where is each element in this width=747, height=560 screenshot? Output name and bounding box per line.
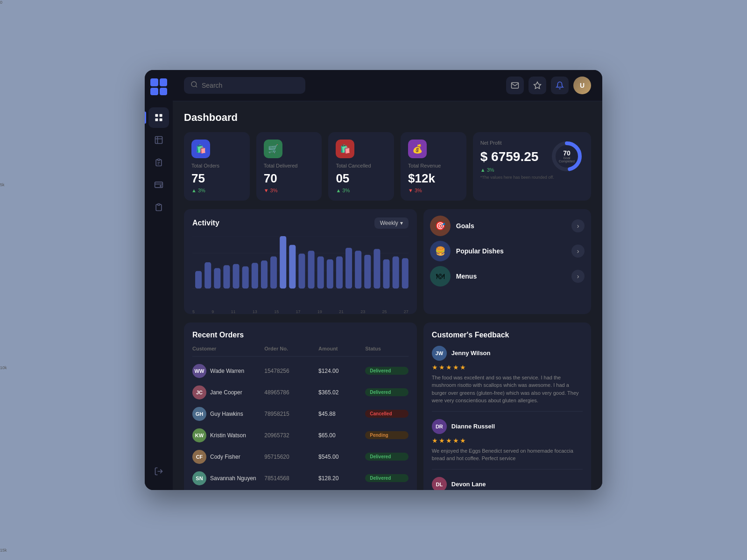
svg-rect-28 (317, 257, 324, 289)
notification-button[interactable] (551, 77, 569, 94)
donut-percentage: 70 (559, 150, 575, 156)
total-cancelled-value: 05 (336, 171, 387, 186)
customer-name: Kristin Watson (210, 432, 246, 439)
quick-link-menus[interactable]: 🍽 Menus › (430, 266, 585, 287)
sidebar-nav (148, 107, 169, 458)
svg-rect-27 (308, 251, 315, 288)
main-content: U Dashboard 🛍️ Total Orders 75 ▲ 3% (173, 70, 602, 490)
user-avatar-button[interactable]: U (573, 77, 591, 94)
recent-orders-title: Recent Orders (192, 331, 409, 339)
star-icon (533, 81, 542, 90)
customer-cell: CF Cody Fisher (192, 450, 264, 464)
donut-chart: 70 GoalCompleted (550, 140, 584, 173)
feedback-user-name: Dianne Russell (451, 423, 495, 430)
sidebar-item-logout[interactable] (148, 461, 169, 482)
svg-point-7 (191, 82, 197, 87)
activity-header: Activity Weekly ▾ (192, 217, 409, 229)
status-badge: Delivered (365, 388, 409, 396)
feedback-user: DL Devon Lane (432, 477, 583, 490)
feedback-item: DL Devon Lane ★★★★★ Normally wings are w… (432, 477, 583, 490)
customer-cell: JC Jane Cooper (192, 385, 264, 399)
star-filled-icon: ★ (446, 364, 452, 371)
customer-name: Wade Warren (210, 368, 244, 374)
rating-stars: ★★★★★ (432, 437, 583, 444)
svg-rect-32 (355, 251, 361, 288)
svg-rect-37 (402, 258, 409, 288)
sidebar-bottom (148, 461, 169, 482)
status-badge: Delivered (365, 453, 409, 461)
dashboard-area: Dashboard 🛍️ Total Orders 75 ▲ 3% 🛒 Tota… (173, 101, 602, 490)
svg-rect-34 (374, 249, 380, 288)
svg-rect-23 (270, 257, 277, 289)
quick-link-goals[interactable]: 🎯 Goals › (430, 216, 585, 236)
customer-cell: SN Savannah Nguyen (192, 471, 264, 485)
svg-rect-2 (155, 119, 158, 121)
svg-rect-3 (160, 119, 162, 121)
activity-title: Activity (192, 219, 219, 227)
chart-container: 5 9 11 13 15 17 19 21 23 25 27 (192, 236, 409, 306)
sidebar-item-clipboard[interactable] (148, 197, 169, 217)
weekly-button[interactable]: Weekly ▾ (374, 217, 409, 229)
customer-name: Guy Hawkins (210, 411, 243, 417)
feedback-card: Customer's Feedback JW Jenny Wilson ★★★★… (423, 322, 591, 490)
svg-rect-20 (242, 266, 249, 288)
net-profit-note: *The values here has been rounded off. (480, 175, 584, 180)
svg-rect-35 (383, 259, 389, 288)
menus-chevron-icon: › (571, 270, 585, 283)
activity-card: Activity Weekly ▾ 15k 10k 5k 0 (184, 209, 417, 314)
customer-avatar: GH (192, 407, 206, 421)
search-input[interactable] (202, 82, 299, 89)
star-button[interactable] (529, 77, 546, 94)
sidebar-item-orders[interactable] (148, 152, 169, 173)
status-badge: Cancelled (365, 410, 409, 418)
order-amount: $65.00 (318, 432, 365, 439)
sidebar (145, 70, 173, 490)
feedback-user: DR Dianne Russell (432, 419, 583, 434)
mail-button[interactable] (506, 77, 524, 94)
quick-link-popular-dishes[interactable]: 🍔 Popular Dishes › (430, 241, 585, 261)
order-number: 78514568 (264, 475, 318, 482)
sidebar-item-wallet[interactable] (148, 175, 169, 195)
total-delivered-icon: 🛒 (264, 140, 282, 158)
sidebar-item-analytics[interactable] (148, 130, 169, 150)
bottom-row: Recent Orders Customer Order No. Amount … (184, 322, 591, 490)
star-filled-icon: ★ (432, 437, 438, 444)
customer-cell: KW Kristin Watson (192, 428, 264, 442)
x-axis-labels: 5 9 11 13 15 17 19 21 23 25 27 (192, 308, 409, 314)
svg-marker-8 (534, 82, 541, 89)
feedback-user-name: Devon Lane (451, 481, 486, 488)
order-amount: $124.00 (318, 368, 365, 374)
activity-chart-svg (192, 236, 409, 306)
svg-rect-30 (336, 257, 343, 289)
customer-avatar-placeholder: GH (192, 407, 206, 421)
svg-rect-5 (155, 182, 163, 188)
total-orders-icon: 🛍️ (191, 140, 210, 158)
stat-total-revenue: 💰 Total Revenue $12k ▼ 3% (401, 132, 466, 201)
net-profit-inner: Net Profit $ 6759.25 ▲ 3% 70 GoalCo (480, 140, 584, 173)
total-revenue-label: Total Revenue (408, 163, 459, 168)
user-avatar: U (573, 77, 591, 94)
net-profit-text: Net Profit $ 6759.25 ▲ 3% (480, 140, 539, 173)
star-filled-icon: ★ (439, 364, 445, 371)
menus-label: Menus (456, 273, 477, 280)
quick-links-card: 🎯 Goals › 🍔 Popular Dishes › (423, 209, 591, 314)
svg-rect-21 (252, 263, 258, 288)
customer-cell: GH Guy Hawkins (192, 407, 264, 421)
sidebar-item-dashboard[interactable] (148, 107, 169, 128)
bell-icon (556, 81, 564, 90)
customer-avatar-placeholder: SN (192, 471, 206, 485)
total-cancelled-icon: 🛍️ (336, 140, 354, 158)
feedback-text: The food was excellent and so was the se… (432, 374, 583, 405)
donut-label: GoalCompleted (559, 156, 575, 163)
feedback-text: We enjoyed the Eggs Benedict served on h… (432, 447, 583, 462)
goals-label: Goals (456, 222, 474, 230)
total-revenue-value: $12k (408, 171, 459, 186)
star-filled-icon: ★ (453, 437, 459, 444)
customer-avatar: WW (192, 364, 206, 378)
customer-name: Cody Fisher (210, 454, 240, 460)
svg-rect-0 (155, 114, 158, 117)
customer-avatar: SN (192, 471, 206, 485)
status-badge: Delivered (365, 367, 409, 375)
order-number: 48965786 (264, 389, 318, 396)
svg-rect-4 (155, 137, 162, 144)
